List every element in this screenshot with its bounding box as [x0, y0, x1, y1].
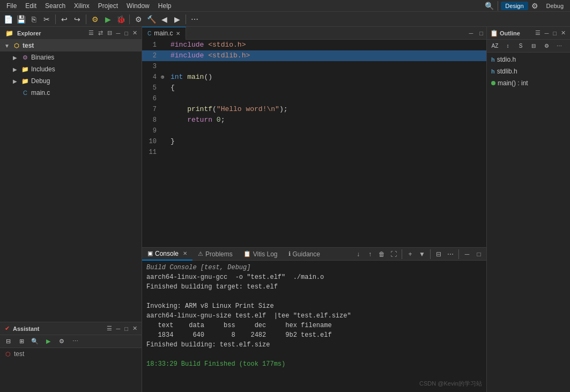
outline-sort-type-icon[interactable]: ↕	[502, 40, 514, 52]
menu-file[interactable]: File	[2, 1, 21, 11]
more-icon[interactable]: ⋯	[189, 13, 201, 25]
tab-console[interactable]: ▣ Console ✕	[142, 248, 193, 261]
outline-title: Outline	[500, 30, 532, 36]
assistant-root-item[interactable]: ⬡ test	[0, 348, 142, 360]
assistant-btn6[interactable]: ⋯	[69, 336, 81, 347]
console-tab-close[interactable]: ✕	[181, 250, 187, 256]
editor-maximize-icon[interactable]: □	[476, 30, 486, 36]
editor-tab-close[interactable]: ✕	[176, 31, 180, 36]
editor-tab-mainc[interactable]: C main.c ✕	[142, 27, 186, 40]
assistant-btn2[interactable]: ⊞	[16, 336, 27, 347]
console-new-icon[interactable]: +	[405, 249, 416, 260]
debug-button[interactable]: Debug	[542, 2, 568, 10]
console-clear-icon[interactable]: 🗑	[376, 249, 387, 260]
tree-item-binaries[interactable]: ▶ ⚙ Binaries	[0, 51, 142, 63]
forward-icon[interactable]: ▶	[171, 13, 183, 25]
outline-item-stdio[interactable]: h stdio.h	[487, 54, 570, 65]
assistant-menu-icon[interactable]: ☰	[106, 324, 113, 332]
menu-xilinx[interactable]: Xilinx	[70, 1, 94, 11]
outline-more-icon[interactable]: ⋯	[553, 40, 565, 52]
console-expand-icon[interactable]: ⛶	[388, 249, 399, 260]
settings-icon[interactable]: ⚙	[132, 13, 144, 25]
outline-filter-icon[interactable]: S	[515, 40, 527, 52]
run-icon[interactable]: ▶	[102, 13, 114, 25]
menu-help[interactable]: Help	[154, 1, 176, 11]
outline-item-stdlib[interactable]: h stdlib.h	[487, 65, 570, 77]
outline-gear-icon[interactable]: ⚙	[541, 40, 552, 52]
console-line-6: text data bss dec hex filename	[146, 321, 482, 330]
assistant-maximize-icon[interactable]: □	[123, 325, 129, 332]
assistant-btn1[interactable]: ⊟	[2, 336, 14, 347]
tab-problems[interactable]: ⚠ Problems	[193, 248, 238, 261]
copy-icon[interactable]: ⎘	[28, 13, 40, 25]
design-button[interactable]: Design	[501, 2, 528, 10]
code-line-10: 10 }	[142, 136, 486, 147]
new-file-icon[interactable]: 📄	[2, 13, 14, 25]
search-icon[interactable]: 🔍	[483, 0, 495, 12]
tree-item-debug[interactable]: ▶ 📁 Debug	[0, 75, 142, 87]
assistant-btn5[interactable]: ⚙	[56, 336, 68, 347]
console-down-icon[interactable]: ↓	[353, 249, 364, 260]
outline-minimize-icon[interactable]: ─	[544, 29, 550, 37]
explorer-maximize-icon[interactable]: □	[123, 29, 129, 37]
explorer-collapse-icon[interactable]: ⊟	[106, 29, 113, 37]
outline-close-icon[interactable]: ✕	[560, 29, 567, 37]
outline-menu-icon[interactable]: ☰	[534, 29, 542, 37]
editor-content[interactable]: 1 #include <stdio.h> 2 #include <stdlib.…	[142, 40, 486, 247]
explorer-icon: 📁	[3, 27, 15, 39]
code-line-1: 1 #include <stdio.h>	[142, 40, 486, 50]
build-icon[interactable]: ⚙	[89, 13, 101, 25]
left-panel: 📁 Explorer ☰ ⇄ ⊟ ─ □ ✕ ▼ ⬡ test ▶ ⚙ Bina…	[0, 27, 142, 392]
line-num-3: 3	[142, 62, 161, 72]
console-maximize-icon[interactable]: □	[473, 249, 484, 260]
includes-label: Includes	[31, 65, 55, 73]
assistant-btn3[interactable]: 🔍	[29, 336, 41, 347]
outline-sort-alpha-icon[interactable]: AZ	[489, 40, 501, 52]
hammer-icon[interactable]: 🔨	[145, 13, 157, 25]
cut-icon[interactable]: ✂	[41, 13, 53, 25]
center-panel: C main.c ✕ ─ □ 1 #include <stdio.h>	[142, 27, 487, 392]
tree-item-includes[interactable]: ▶ 📁 Includes	[0, 63, 142, 75]
redo-icon[interactable]: ↪	[71, 13, 83, 25]
bottom-tab-actions: ↓ ↑ 🗑 ⛶ + ▼ ⊟ ⋯ ─ □	[353, 249, 486, 260]
line-content-10: }	[168, 136, 486, 146]
console-line-7: 1834 640 8 2482 9b2 test.elf	[146, 330, 482, 340]
back-icon[interactable]: ◀	[158, 13, 170, 25]
debug-run-icon[interactable]: 🐞	[115, 13, 127, 25]
menu-search[interactable]: Search	[41, 1, 70, 11]
tab-vitis-log[interactable]: 📋 Vitis Log	[238, 248, 283, 261]
console-more-icon[interactable]: ⋯	[445, 249, 456, 260]
console-content[interactable]: Build Console [test, Debug] aarch64-linu…	[142, 261, 486, 371]
outline-maximize-icon[interactable]: □	[552, 29, 558, 37]
save-icon[interactable]: 💾	[15, 13, 27, 25]
assistant-minimize-icon[interactable]: ─	[115, 325, 122, 332]
console-minimize-icon[interactable]: ─	[462, 249, 472, 260]
tab-guidance[interactable]: ℹ Guidance	[283, 248, 325, 261]
assistant-btn4[interactable]: ▶	[42, 336, 54, 347]
undo-icon[interactable]: ↩	[58, 13, 70, 25]
explorer-menu-icon[interactable]: ☰	[87, 29, 95, 37]
assistant-root-icon: ⬡	[4, 351, 12, 358]
menu-project[interactable]: Project	[94, 1, 122, 11]
line-content-1: #include <stdio.h>	[168, 40, 486, 50]
explorer-sync-icon[interactable]: ⇄	[97, 29, 104, 37]
outline-item-main[interactable]: main() : int	[487, 77, 570, 89]
guidance-icon: ℹ	[288, 250, 291, 257]
mainc-icon: C	[21, 90, 29, 96]
editor-tab-bar: C main.c ✕ ─ □	[142, 27, 486, 40]
tree-item-mainc[interactable]: ▶ C main.c	[0, 87, 142, 99]
console-up-icon[interactable]: ↑	[365, 249, 375, 260]
editor-minimize-icon[interactable]: ─	[466, 30, 477, 36]
gear-icon[interactable]: ⚙	[529, 0, 541, 12]
tree-root[interactable]: ▼ ⬡ test	[0, 40, 142, 51]
menu-edit[interactable]: Edit	[21, 1, 41, 11]
explorer-minimize-icon[interactable]: ─	[115, 29, 122, 37]
punct-paren: ()	[204, 73, 212, 81]
includes-chevron: ▶	[13, 66, 19, 72]
assistant-close-icon[interactable]: ✕	[131, 324, 138, 332]
console-view-icon[interactable]: ⊟	[433, 249, 444, 260]
console-arrow-icon[interactable]: ▼	[417, 249, 427, 260]
menu-window[interactable]: Window	[122, 1, 154, 11]
outline-collapse-icon[interactable]: ⊟	[528, 40, 539, 52]
explorer-close-icon[interactable]: ✕	[131, 29, 138, 37]
